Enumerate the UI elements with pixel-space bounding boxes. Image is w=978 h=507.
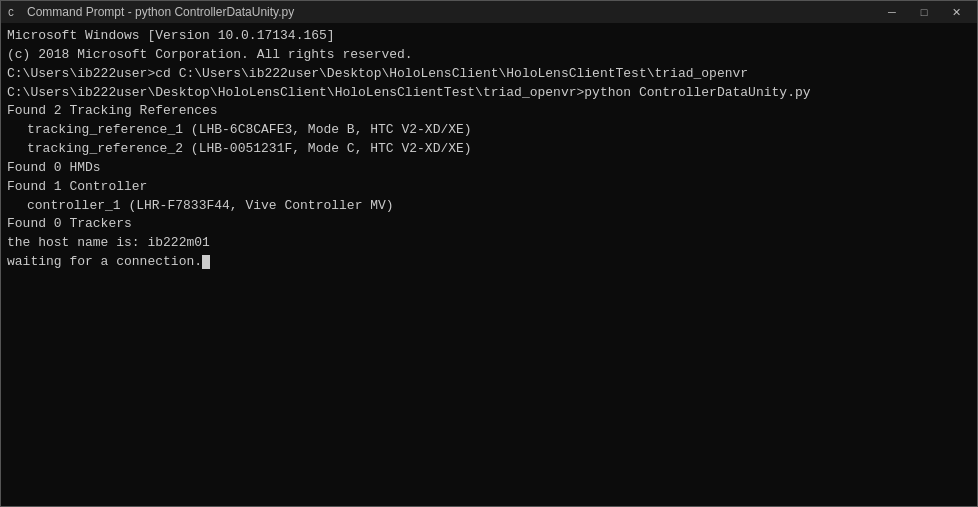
terminal-line: (c) 2018 Microsoft Corporation. All righ…: [7, 46, 971, 65]
terminal-line: waiting for a connection.: [7, 253, 971, 272]
cmd-icon: C: [7, 5, 21, 19]
terminal-line: Microsoft Windows [Version 10.0.17134.16…: [7, 27, 971, 46]
terminal-cursor: [202, 255, 210, 269]
terminal-line: Found 0 Trackers: [7, 215, 971, 234]
close-button[interactable]: ✕: [941, 3, 971, 21]
terminal-line: tracking_reference_2 (LHB-0051231F, Mode…: [7, 140, 971, 159]
window-title: Command Prompt - python ControllerDataUn…: [27, 5, 294, 19]
terminal-body[interactable]: Microsoft Windows [Version 10.0.17134.16…: [1, 23, 977, 506]
terminal-line: C:\Users\ib222user>cd C:\Users\ib222user…: [7, 65, 971, 84]
terminal-line: the host name is: ib222m01: [7, 234, 971, 253]
terminal-line: Found 0 HMDs: [7, 159, 971, 178]
title-bar: C Command Prompt - python ControllerData…: [1, 1, 977, 23]
title-bar-left: C Command Prompt - python ControllerData…: [7, 5, 294, 19]
terminal-line: Found 1 Controller: [7, 178, 971, 197]
window-controls: ─ □ ✕: [877, 3, 971, 21]
svg-text:C: C: [8, 8, 14, 19]
terminal-line: C:\Users\ib222user\Desktop\HoloLensClien…: [7, 84, 971, 103]
minimize-button[interactable]: ─: [877, 3, 907, 21]
terminal-line: controller_1 (LHR-F7833F44, Vive Control…: [7, 197, 971, 216]
command-prompt-window: C Command Prompt - python ControllerData…: [0, 0, 978, 507]
terminal-line: tracking_reference_1 (LHB-6C8CAFE3, Mode…: [7, 121, 971, 140]
terminal-output: Microsoft Windows [Version 10.0.17134.16…: [7, 27, 971, 272]
terminal-line: Found 2 Tracking References: [7, 102, 971, 121]
maximize-button[interactable]: □: [909, 3, 939, 21]
